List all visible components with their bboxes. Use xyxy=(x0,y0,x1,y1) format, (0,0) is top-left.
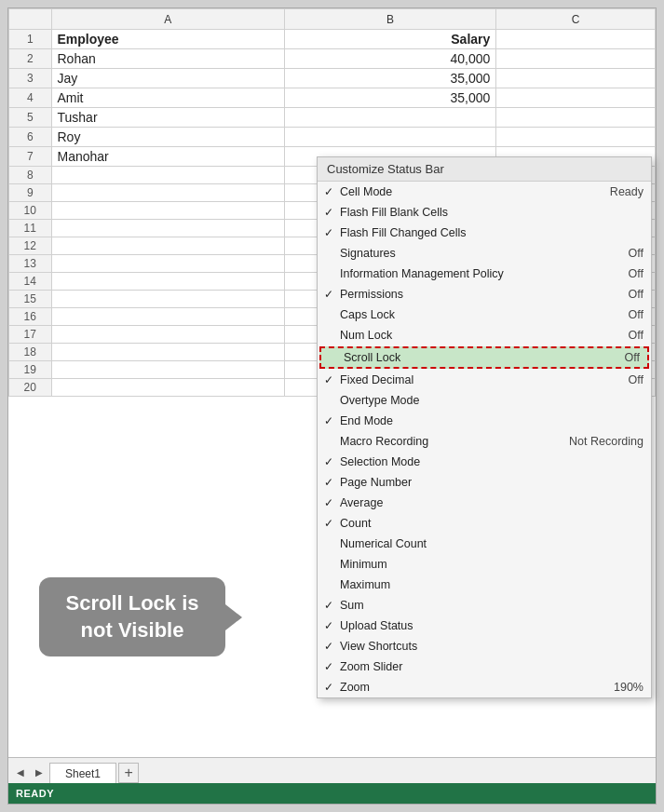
cell-a8[interactable] xyxy=(51,167,284,184)
menu-item-end-mode[interactable]: ✓ End Mode xyxy=(318,411,651,431)
item-label: Zoom Slider xyxy=(340,660,634,673)
nav-arrow-right[interactable]: ▶ xyxy=(31,763,47,781)
cell-a14[interactable] xyxy=(51,273,284,291)
cell-a16[interactable] xyxy=(51,308,284,326)
cell-c4[interactable] xyxy=(496,88,656,108)
menu-item-caps-lock[interactable]: Caps Lock Off xyxy=(318,304,651,325)
item-label: Average xyxy=(340,496,634,509)
cell-b1[interactable]: Salary xyxy=(284,30,496,49)
cell-a6[interactable]: Roy xyxy=(51,128,284,147)
check-icon: ✓ xyxy=(324,599,333,612)
cell-a20[interactable] xyxy=(51,379,284,397)
row-num-15: 15 xyxy=(9,291,52,308)
cell-c3[interactable] xyxy=(496,69,656,88)
menu-item-overtype-mode[interactable]: Overtype Mode xyxy=(318,390,651,411)
menu-item-num-lock[interactable]: Num Lock Off xyxy=(318,325,651,345)
row-num-3: 3 xyxy=(9,69,52,88)
menu-item-cell-mode[interactable]: ✓ Cell Mode Ready xyxy=(318,182,651,202)
cell-a4[interactable]: Amit xyxy=(51,88,284,108)
item-label: Flash Fill Changed Cells xyxy=(340,226,634,239)
item-label: Numerical Count xyxy=(340,537,634,550)
menu-item-minimum[interactable]: Minimum xyxy=(318,554,651,575)
menu-item-information-management-policy[interactable]: Information Management Policy Off xyxy=(318,264,651,284)
check-icon: ✓ xyxy=(324,517,333,530)
cell-a9[interactable] xyxy=(51,184,284,202)
menu-item-fixed-decimal[interactable]: ✓ Fixed Decimal Off xyxy=(318,370,651,390)
check-icon: ✓ xyxy=(324,660,333,673)
cell-c6[interactable] xyxy=(496,128,656,147)
context-menu[interactable]: Customize Status Bar ✓ Cell Mode Ready ✓… xyxy=(317,156,652,698)
cell-a12[interactable] xyxy=(51,237,284,255)
col-header-b[interactable]: B xyxy=(284,9,496,30)
menu-item-selection-mode[interactable]: ✓ Selection Mode xyxy=(318,452,651,472)
col-header-c[interactable]: C xyxy=(496,9,656,30)
cell-a15[interactable] xyxy=(51,291,284,308)
status-text: READY xyxy=(16,788,54,799)
cell-a19[interactable] xyxy=(51,361,284,379)
menu-item-zoom-slider[interactable]: ✓ Zoom Slider xyxy=(318,656,651,677)
menu-item-sum[interactable]: ✓ Sum xyxy=(318,595,651,616)
cell-a18[interactable] xyxy=(51,344,284,361)
menu-item-numerical-count[interactable]: Numerical Count xyxy=(318,534,651,554)
cell-c5[interactable] xyxy=(496,108,656,128)
menu-item-page-number[interactable]: ✓ Page Number xyxy=(318,472,651,493)
menu-item-average[interactable]: ✓ Average xyxy=(318,493,651,513)
item-value: Off xyxy=(629,373,644,386)
item-label: Page Number xyxy=(340,476,634,489)
cell-a3[interactable]: Jay xyxy=(51,69,284,88)
menu-item-flash-fill-changed-cells[interactable]: ✓ Flash Fill Changed Cells xyxy=(318,223,651,243)
cell-b6[interactable] xyxy=(284,128,496,147)
menu-item-permissions[interactable]: ✓ Permissions Off xyxy=(318,284,651,304)
item-label: Signatures xyxy=(340,247,619,260)
cell-c1[interactable] xyxy=(496,30,656,49)
menu-item-scroll-lock[interactable]: Scroll Lock Off xyxy=(318,346,651,369)
cell-a13[interactable] xyxy=(51,255,284,273)
callout: Scroll Lock is not Visible xyxy=(39,577,225,656)
cell-b5[interactable] xyxy=(284,108,496,128)
check-icon: ✓ xyxy=(324,226,333,239)
cell-a1[interactable]: Employee xyxy=(51,30,284,49)
cell-a5[interactable]: Tushar xyxy=(51,108,284,128)
row-num-10: 10 xyxy=(9,202,52,220)
col-header-rownum xyxy=(9,9,52,30)
menu-item-flash-fill-blank-cells[interactable]: ✓ Flash Fill Blank Cells xyxy=(318,202,651,223)
item-value: 190% xyxy=(614,681,644,694)
menu-item-upload-status[interactable]: ✓ Upload Status xyxy=(318,616,651,636)
add-sheet-button[interactable]: + xyxy=(118,763,139,783)
menu-item-signatures[interactable]: Signatures Off xyxy=(318,243,651,264)
cell-b3[interactable]: 35,000 xyxy=(284,69,496,88)
cell-c2[interactable] xyxy=(496,49,656,69)
item-label: Information Management Policy xyxy=(340,267,619,280)
cell-b4[interactable]: 35,000 xyxy=(284,88,496,108)
row-num-4: 4 xyxy=(9,88,52,108)
cell-a7[interactable]: Manohar xyxy=(51,147,284,167)
check-icon: ✓ xyxy=(324,414,333,427)
item-value: Off xyxy=(629,267,644,280)
item-label: Fixed Decimal xyxy=(340,373,619,386)
menu-item-count[interactable]: ✓ Count xyxy=(318,513,651,534)
sheet-tab-sheet1[interactable]: Sheet1 xyxy=(49,763,116,783)
cell-b2[interactable]: 40,000 xyxy=(284,49,496,69)
cell-a10[interactable] xyxy=(51,202,284,220)
check-icon: ✓ xyxy=(324,373,333,386)
row-num-19: 19 xyxy=(9,361,52,379)
cell-a11[interactable] xyxy=(51,220,284,237)
cell-a17[interactable] xyxy=(51,326,284,344)
row-num-11: 11 xyxy=(9,220,52,237)
item-value: Off xyxy=(629,329,644,342)
menu-item-view-shortcuts[interactable]: ✓ View Shortcuts xyxy=(318,636,651,656)
item-label: Scroll Lock xyxy=(344,351,616,364)
row-num-16: 16 xyxy=(9,308,52,326)
item-value: Ready xyxy=(610,185,644,198)
callout-line2: not Visible xyxy=(81,618,184,642)
row-num-14: 14 xyxy=(9,273,52,291)
menu-item-macro-recording[interactable]: Macro Recording Not Recording xyxy=(318,431,651,452)
row-num-8: 8 xyxy=(9,167,52,184)
nav-arrow-left[interactable]: ◀ xyxy=(12,763,29,781)
item-label: Overtype Mode xyxy=(340,394,634,407)
col-header-a[interactable]: A xyxy=(51,9,284,30)
menu-item-maximum[interactable]: Maximum xyxy=(318,575,651,595)
cell-a2[interactable]: Rohan xyxy=(51,49,284,69)
item-label: Minimum xyxy=(340,558,634,571)
menu-item-zoom[interactable]: ✓ Zoom 190% xyxy=(318,677,651,697)
